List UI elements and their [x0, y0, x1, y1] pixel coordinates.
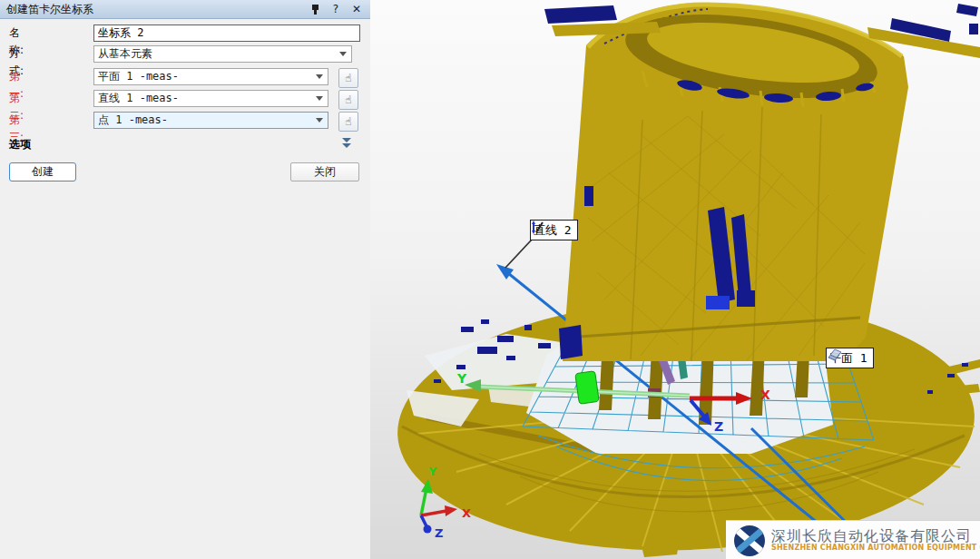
- method-dropdown[interactable]: 从基本元素: [93, 45, 352, 63]
- 3d-viewport[interactable]: Y X Z Y X Z 直线 2 平面 1: [370, 0, 980, 559]
- axis-x-label: X: [760, 387, 770, 402]
- company-name-en: SHENZHEN CHANGXIN AUTOMATION EQUIPMENT C…: [771, 544, 980, 552]
- create-coordinate-system-dialog: 创建笛卡尔坐标系 ? ✕ 名称: 方式: 从基本元素 第一: 平面 1 -mea…: [0, 0, 371, 559]
- chevron-down-icon: [316, 118, 323, 123]
- name-input[interactable]: [93, 25, 360, 42]
- third-pick-button[interactable]: ☝: [338, 112, 358, 132]
- pin-icon[interactable]: [309, 3, 321, 15]
- third-element-dropdown[interactable]: 点 1 -meas-: [93, 112, 328, 129]
- app-window: { "dialog": { "title": "创建笛卡尔坐标系", "icon…: [0, 0, 980, 559]
- close-button[interactable]: 关闭: [290, 162, 359, 181]
- chevron-down-icon: [339, 52, 347, 56]
- triad-x-label: X: [462, 506, 471, 520]
- company-logo-icon: [733, 525, 766, 557]
- chevron-down-icon: [316, 74, 323, 79]
- line-measure-icon: [531, 221, 544, 234]
- company-banner: 深圳长欣自动化设备有限公司 SHENZHEN CHANGXIN AUTOMATI…: [726, 520, 980, 559]
- dialog-title: 创建笛卡尔坐标系: [0, 2, 93, 17]
- triad-z-label: Z: [435, 526, 443, 540]
- expand-options-icon[interactable]: [342, 138, 351, 148]
- line-flag-leader: [505, 240, 532, 268]
- help-icon[interactable]: ?: [329, 3, 342, 15]
- scan-mesh-cylinder: [559, 1, 908, 361]
- method-value: 从基本元素: [94, 46, 339, 62]
- axis-y-label: Y: [456, 371, 467, 386]
- create-button[interactable]: 创建: [9, 162, 76, 181]
- second-element-dropdown[interactable]: 直线 1 -meas-: [93, 90, 328, 107]
- axis-z-label: Z: [714, 419, 723, 434]
- dialog-titlebar[interactable]: 创建笛卡尔坐标系 ? ✕: [0, 0, 370, 19]
- plane-1-flag[interactable]: 平面 1: [826, 348, 874, 368]
- close-icon[interactable]: ✕: [350, 3, 363, 15]
- third-value: 点 1 -meas-: [94, 113, 316, 128]
- second-pick-button[interactable]: ☝: [338, 90, 358, 110]
- first-element-dropdown[interactable]: 平面 1 -meas-: [93, 68, 328, 85]
- first-value: 平面 1 -meas-: [94, 69, 316, 84]
- second-value: 直线 1 -meas-: [94, 91, 316, 106]
- line-2-flag[interactable]: 直线 2: [530, 220, 578, 240]
- chevron-down-icon: [316, 96, 323, 101]
- triad-y-label: Y: [427, 465, 437, 478]
- company-name-cn: 深圳长欣自动化设备有限公司: [771, 529, 980, 544]
- plane-measure-icon: [827, 348, 841, 362]
- first-pick-button[interactable]: ☝: [338, 68, 358, 88]
- options-section-header[interactable]: 选项: [9, 137, 31, 152]
- 3d-scene: Y X Z Y X Z: [370, 0, 980, 559]
